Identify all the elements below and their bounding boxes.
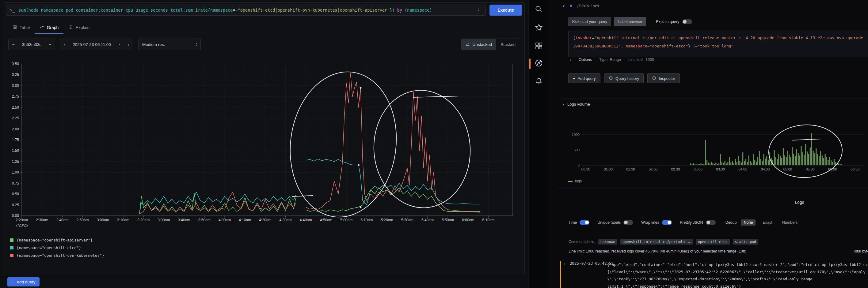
loki-query-editor[interactable]: {invoker="openshift-internal-ci/periodic… (568, 31, 868, 57)
legend-item[interactable]: {namespace="openshift-apiserver"} (10, 238, 104, 242)
svg-text:500: 500 (574, 148, 580, 152)
tab-explain[interactable]: Explain (63, 21, 94, 34)
options-chevron-icon[interactable]: › (570, 58, 571, 62)
svg-text:05:30: 05:30 (806, 168, 815, 171)
info-circle-icon (652, 76, 656, 81)
toggle-label: Time (568, 220, 577, 225)
dedup-option-exact[interactable]: Exact (760, 219, 775, 225)
logs-volume-panel: ▾ Logs volume 0500100000:3001:0001:3002:… (558, 99, 868, 188)
explain-query-toggle[interactable] (682, 19, 692, 24)
toggle-switch[interactable] (623, 220, 633, 225)
svg-text:7/23/25: 7/23/25 (16, 223, 28, 227)
svg-text:0.75: 0.75 (12, 181, 19, 185)
end-time-value[interactable]: 2025-07-23 06:11:00 (69, 39, 114, 50)
query-history-button[interactable]: Query history (604, 73, 644, 83)
options-line-limit: Line limit: 1000 (628, 58, 654, 62)
logs-panel-title: Logs (558, 200, 868, 205)
tab-graph[interactable]: Graph (35, 21, 63, 34)
dedup-option-none[interactable]: None (741, 219, 755, 225)
svg-text:3:10am: 3:10am (117, 218, 129, 222)
toggle-unique-labels: Unique labels (597, 220, 633, 225)
svg-text:1000: 1000 (571, 133, 580, 137)
explore-compass-icon[interactable] (534, 59, 543, 67)
dedup-option-numbers[interactable]: Numbers (779, 219, 801, 225)
chevron-down-icon[interactable]: ▾ (563, 4, 564, 8)
toggle-switch[interactable] (580, 220, 589, 225)
query-options-kebab-icon[interactable]: ⋮ (476, 7, 482, 13)
unstacked-option[interactable]: Unstacked (461, 39, 496, 50)
toggle-wrap-lines: Wrap lines (641, 220, 672, 225)
dedup-control: DedupNoneExactNumbers (725, 219, 801, 225)
svg-text:0.25: 0.25 (12, 203, 19, 207)
execute-button[interactable]: Execute (490, 5, 522, 15)
common-label-chip[interactable]: openshift-internal-ci/periodic-… (620, 239, 693, 245)
toggle-label: Prettify JSON (680, 220, 703, 225)
view-tabs: Table Graph Explain (6, 21, 522, 34)
svg-text:4:00am: 4:00am (219, 218, 231, 222)
common-label-chip[interactable]: static-pod (733, 239, 758, 245)
toggle-time: Time (568, 220, 589, 225)
alerting-bell-icon[interactable] (534, 77, 543, 86)
range-duration-value[interactable]: 3h52m33s (19, 39, 45, 50)
table-icon (12, 25, 17, 30)
add-query-button[interactable]: + Add query (7, 277, 39, 286)
tab-table[interactable]: Table (8, 21, 35, 34)
query-options-row: › Options Type: Range Line limit: 1000 (570, 58, 654, 62)
legend-item[interactable]: {namespace="openshift-ovn-kubernetes"} (10, 253, 104, 258)
common-labels-label: Common labels: (568, 240, 595, 244)
increase-range-button[interactable]: + (45, 39, 55, 50)
legend-swatch (10, 254, 13, 257)
prometheus-panel: >_ sum(node_namespace_pod_container:cont… (0, 0, 528, 288)
legend-item[interactable]: {namespace="openshift-etcd"} (10, 246, 104, 250)
kick-start-button[interactable]: Kick start your query (568, 17, 611, 26)
svg-text:1.75: 1.75 (12, 138, 19, 142)
svg-text:0.00: 0.00 (12, 214, 19, 218)
stacked-option[interactable]: Stacked (496, 39, 520, 50)
toggle-switch[interactable] (662, 220, 672, 225)
promql-input[interactable]: >_ sum(node_namespace_pod_container:cont… (6, 5, 486, 15)
add-query-button-explore[interactable]: + Add query (568, 73, 600, 83)
svg-text:5:10am: 5:10am (361, 218, 373, 222)
common-label-chip[interactable]: unknown (598, 239, 617, 245)
svg-text:5:20am: 5:20am (381, 218, 393, 222)
info-icon (68, 25, 73, 30)
svg-text:6:10am: 6:10am (483, 218, 495, 222)
svg-text:2.50: 2.50 (12, 105, 19, 110)
dashboards-grid-icon[interactable] (534, 42, 543, 50)
promql-expression[interactable]: sum(node_namespace_pod_container:contain… (19, 8, 472, 12)
legend-label: {namespace="openshift-apiserver"} (17, 238, 93, 242)
query-row-header: ▾ A (DPCR Loki) (563, 4, 599, 8)
svg-text:0: 0 (578, 164, 580, 167)
log-expand-chevron-icon[interactable]: › (564, 262, 565, 266)
resolution-select[interactable]: Medium res. ▴▾ (138, 39, 201, 50)
divider (558, 257, 868, 257)
logs-volume-header[interactable]: ▾ Logs volume (562, 102, 590, 107)
logs-display-controls: TimeUnique labelsWrap linesPrettify JSON… (568, 219, 800, 225)
search-icon[interactable] (534, 5, 543, 13)
svg-text:3:40am: 3:40am (178, 218, 190, 222)
legend-label: {namespace="openshift-ovn-kubernetes"} (17, 253, 104, 258)
common-labels-row: Common labels: unknownopenshift-internal… (568, 239, 758, 245)
plus-icon: + (12, 280, 14, 284)
decrease-range-button[interactable]: − (8, 39, 19, 50)
legend-label: {namespace="openshift-etcd"} (17, 246, 81, 250)
label-browser-button[interactable]: Label browser (614, 17, 646, 26)
time-back-button[interactable]: ‹ (60, 39, 69, 50)
query-ref-id: A (569, 4, 572, 8)
log-row[interactable]: › 2025-07-23 05:42:52 {"app":"etcd","con… (558, 259, 868, 288)
time-forward-button[interactable]: › (124, 39, 133, 50)
toggle-switch[interactable] (706, 220, 716, 225)
logs-volume-legend[interactable]: logs (568, 179, 582, 183)
inspector-button[interactable]: Inspector (647, 73, 680, 83)
clear-time-icon[interactable]: × (115, 39, 124, 50)
tab-explain-label: Explain (75, 25, 90, 30)
common-label-chip[interactable]: openshift-etcd (696, 239, 730, 245)
svg-text:5:50am: 5:50am (442, 218, 454, 222)
options-label[interactable]: Options (579, 58, 592, 62)
cpu-usage-chart[interactable]: 0.000.250.500.751.001.251.501.752.002.25… (5, 62, 521, 230)
chart-legend: {namespace="openshift-apiserver"}{namesp… (10, 238, 104, 258)
star-icon[interactable] (534, 23, 543, 32)
graph-controls: − 3h52m33s + ‹ 2025-07-23 06:11:00 × › M… (8, 39, 520, 50)
svg-text:3.00: 3.00 (12, 83, 19, 88)
logs-volume-chart[interactable]: 0500100000:3001:0001:3002:0002:3003:0003… (563, 112, 868, 178)
